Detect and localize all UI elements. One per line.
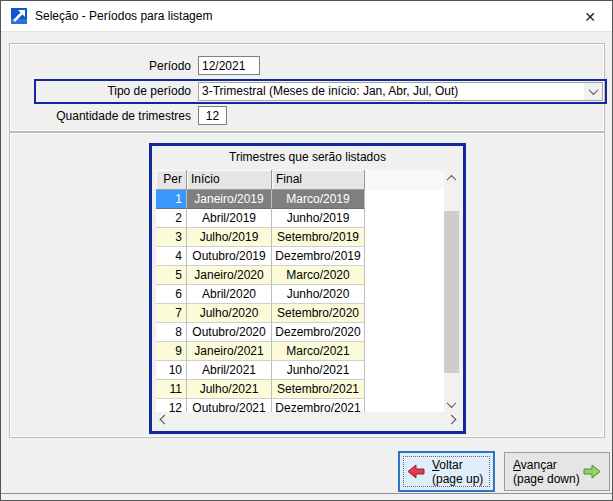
quantidade-label: Quantidade de trimestres: [56, 109, 191, 123]
cell-inicio: Outubro/2019: [187, 247, 272, 266]
trend-arrow-icon: [11, 8, 27, 24]
cell-per: 9: [156, 342, 187, 361]
tipo-periodo-select[interactable]: 3-Trimestral (Meses de início: Jan, Abr,…: [198, 82, 603, 101]
chevron-left-icon: [159, 415, 169, 425]
combo-arrow-zone[interactable]: [584, 83, 602, 100]
titlebar: Seleção - Períodos para listagem ✕: [1, 1, 612, 32]
voltar-button[interactable]: Voltar (page up): [398, 451, 495, 492]
cell-per: 3: [156, 228, 187, 247]
cell-inicio: Janeiro/2021: [187, 342, 272, 361]
voltar-button-label: Voltar (page up): [432, 458, 483, 486]
table-row[interactable]: 6 Abril/2020 Junho/2020: [156, 285, 444, 304]
row-filler: [365, 399, 444, 412]
vertical-scrollbar-thumb[interactable]: [444, 211, 459, 373]
chevron-down-icon: [588, 85, 598, 95]
close-button[interactable]: ✕: [568, 1, 612, 32]
column-header-per: Per: [156, 170, 187, 190]
row-filler: [365, 285, 444, 304]
cell-per: 1: [156, 190, 187, 209]
row-filler: [365, 247, 444, 266]
row-filler: [365, 190, 444, 209]
tipo-periodo-value: 3-Trimestral (Meses de início: Jan, Abr,…: [202, 83, 582, 100]
grid-body: 1 Janeiro/2019 Marco/2019 2 Abril/2019 J…: [156, 190, 444, 412]
table-row[interactable]: 7 Julho/2020 Setembro/2020: [156, 304, 444, 323]
cell-per: 4: [156, 247, 187, 266]
table-row[interactable]: 2 Abril/2019 Junho/2019: [156, 209, 444, 228]
row-filler: [365, 380, 444, 399]
close-icon: ✕: [584, 9, 596, 25]
cell-final: Setembro/2021: [272, 380, 365, 399]
green-arrow-right-icon: [583, 464, 601, 479]
row-filler: [365, 266, 444, 285]
cell-final: Junho/2021: [272, 361, 365, 380]
cell-per: 12: [156, 399, 187, 412]
cell-inicio: Abril/2019: [187, 209, 272, 228]
cell-final: Marco/2019: [272, 190, 365, 209]
dialog-selecao-periodos: Seleção - Períodos para listagem ✕ Perío…: [0, 0, 613, 501]
row-filler: [365, 361, 444, 380]
cell-per: 5: [156, 266, 187, 285]
avancar-sublabel: (page down): [513, 472, 580, 486]
window-title: Seleção - Períodos para listagem: [35, 9, 212, 23]
cell-per: 8: [156, 323, 187, 342]
table-row[interactable]: 4 Outubro/2019 Dezembro/2019: [156, 247, 444, 266]
table-row[interactable]: 9 Janeiro/2021 Marco/2021: [156, 342, 444, 361]
cell-final: Setembro/2020: [272, 304, 365, 323]
tipo-periodo-label: Tipo de período: [107, 84, 191, 98]
cell-final: Dezembro/2019: [272, 247, 365, 266]
grid-header-row: Per Início Final: [156, 170, 444, 190]
cell-inicio: Abril/2021: [187, 361, 272, 380]
table-row[interactable]: 10 Abril/2021 Junho/2021: [156, 361, 444, 380]
scroll-left-button[interactable]: [156, 412, 172, 427]
table-row[interactable]: 8 Outubro/2020 Dezembro/2020: [156, 323, 444, 342]
cell-final: Dezembro/2021: [272, 399, 365, 412]
cell-per: 10: [156, 361, 187, 380]
trimestres-panel: Trimestres que serão listados Per Início…: [149, 143, 466, 434]
cell-final: Setembro/2019: [272, 228, 365, 247]
table-row[interactable]: 5 Janeiro/2020 Marco/2020: [156, 266, 444, 285]
chevron-up-icon: [447, 174, 457, 184]
cell-per: 2: [156, 209, 187, 228]
cell-inicio: Outubro/2021: [187, 399, 272, 412]
cell-inicio: Outubro/2020: [187, 323, 272, 342]
panel-title: Trimestres que serão listados: [152, 150, 463, 164]
avancar-button-label: Avançar (page down): [513, 458, 580, 486]
cell-final: Junho/2019: [272, 209, 365, 228]
cell-final: Marco/2021: [272, 342, 365, 361]
horizontal-scrollbar[interactable]: [156, 412, 459, 427]
table-row[interactable]: 12 Outubro/2021 Dezembro/2021: [156, 399, 444, 412]
table-row[interactable]: 1 Janeiro/2019 Marco/2019: [156, 190, 444, 209]
cell-final: Dezembro/2020: [272, 323, 365, 342]
chevron-right-icon: [446, 415, 456, 425]
quantidade-input[interactable]: [198, 106, 227, 125]
scroll-up-button[interactable]: [444, 170, 459, 186]
header-filler: [365, 170, 444, 190]
column-header-final: Final: [272, 170, 365, 190]
cell-final: Junho/2020: [272, 285, 365, 304]
column-header-inicio: Início: [187, 170, 272, 190]
cell-per: 11: [156, 380, 187, 399]
cell-final: Marco/2020: [272, 266, 365, 285]
row-filler: [365, 342, 444, 361]
cell-inicio: Janeiro/2019: [187, 190, 272, 209]
cell-per: 7: [156, 304, 187, 323]
vertical-scrollbar[interactable]: [444, 170, 459, 412]
trimestres-grid: Per Início Final 1 Janeiro/2019 Marco/20…: [156, 170, 459, 427]
table-row[interactable]: 3 Julho/2019 Setembro/2019: [156, 228, 444, 247]
periodo-label: Período: [149, 59, 191, 73]
periodo-input[interactable]: [198, 56, 260, 75]
cell-inicio: Julho/2021: [187, 380, 272, 399]
voltar-sublabel: (page up): [432, 472, 483, 486]
cell-inicio: Julho/2019: [187, 228, 272, 247]
row-filler: [365, 209, 444, 228]
scroll-right-button[interactable]: [443, 412, 459, 427]
avancar-button[interactable]: Avançar (page down): [504, 452, 610, 491]
row-filler: [365, 228, 444, 247]
grid-table-region: Per Início Final 1 Janeiro/2019 Marco/20…: [156, 170, 444, 412]
scroll-down-button[interactable]: [444, 396, 459, 412]
cell-per: 6: [156, 285, 187, 304]
cell-inicio: Abril/2020: [187, 285, 272, 304]
cell-inicio: Janeiro/2020: [187, 266, 272, 285]
table-row[interactable]: 11 Julho/2021 Setembro/2021: [156, 380, 444, 399]
chevron-down-icon: [447, 398, 457, 408]
